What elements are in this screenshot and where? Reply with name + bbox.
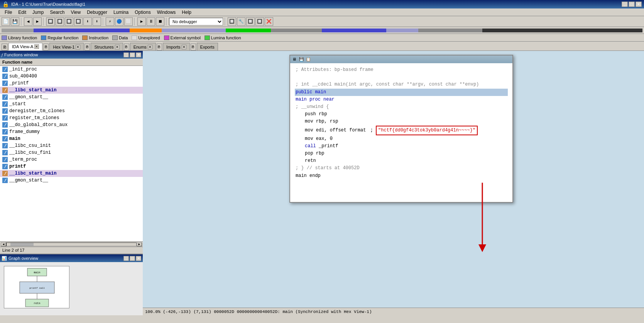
- menu-jump[interactable]: Jump: [29, 9, 47, 16]
- func-item-sub400400[interactable]: 𝑓 sub_400400: [0, 73, 143, 80]
- legend-regular: Regular function: [41, 35, 78, 40]
- tab-imports[interactable]: Imports ✕: [163, 43, 190, 50]
- tab-hex-view-1[interactable]: Hex View-1 ✕: [49, 43, 84, 50]
- minimize-button[interactable]: _: [622, 2, 628, 7]
- legend-instruction-label: Instruction: [89, 35, 108, 40]
- tab-enums[interactable]: Enums ✕: [130, 43, 156, 50]
- view-icon-2[interactable]: 🖹: [43, 44, 49, 50]
- menu-search[interactable]: Search: [47, 9, 68, 16]
- func-name-do-global: __do_global_dtors_aux: [9, 122, 68, 128]
- view-icon-5[interactable]: 🖹: [157, 44, 162, 50]
- svg-text:printf call: printf call: [29, 287, 45, 289]
- close-button[interactable]: ✕: [636, 2, 642, 7]
- toolbar-btn-5[interactable]: ⬇: [83, 17, 92, 26]
- menu-edit[interactable]: Edit: [15, 9, 29, 16]
- func-item-register[interactable]: 𝑓 register_tm_clones: [0, 114, 143, 121]
- toolbar-btn-6[interactable]: ⬇: [93, 17, 101, 26]
- view-icon-3[interactable]: 🖹: [85, 44, 90, 50]
- functions-scrollbar: ◀ ▶: [0, 241, 143, 247]
- toolbar-btn-13[interactable]: 🔲: [255, 17, 264, 26]
- tab-structures[interactable]: Structures ✕: [91, 43, 123, 50]
- functions-minimize[interactable]: _: [123, 52, 129, 57]
- func-name-start: _start: [9, 101, 26, 107]
- window-controls: _ □ ✕: [622, 2, 642, 7]
- tab-imports-label: Imports: [166, 45, 181, 49]
- graph-controls: _ □ ✕: [123, 256, 141, 261]
- func-item-gmon-start[interactable]: 𝑓 __gmon_start__: [0, 94, 143, 101]
- pause-button[interactable]: ⏸: [147, 17, 155, 26]
- graph-restore[interactable]: □: [130, 256, 135, 261]
- func-item-libc-csu-fini[interactable]: 𝑓 __libc_csu_fini: [0, 149, 143, 156]
- tab-hex-view-1-close[interactable]: ✕: [76, 45, 80, 49]
- toolbar-btn-4[interactable]: 🔲: [74, 17, 83, 26]
- func-item-do-global[interactable]: 𝑓 __do_global_dtors_aux: [0, 121, 143, 128]
- disasm-icon-2: 💾: [299, 57, 304, 62]
- toolbar-btn-3[interactable]: 🔲: [65, 17, 73, 26]
- stop-button[interactable]: ⏹: [156, 17, 164, 26]
- toolbar-btn-12[interactable]: 🔲: [246, 17, 255, 26]
- tab-structures-close[interactable]: ✕: [115, 45, 120, 49]
- menu-options[interactable]: Options: [132, 9, 154, 16]
- functions-close[interactable]: ✕: [136, 52, 141, 57]
- forward-button[interactable]: ▶: [33, 17, 42, 26]
- func-item-gmon-start-2[interactable]: 𝑓 __gmon_start__: [0, 177, 143, 184]
- menu-lumina[interactable]: Lumina: [110, 9, 132, 16]
- h-scroll-thumb[interactable]: [10, 243, 34, 246]
- func-icon-register: 𝑓: [2, 115, 8, 121]
- tab-enums-close[interactable]: ✕: [148, 45, 152, 49]
- menu-debugger[interactable]: Debugger: [84, 9, 110, 16]
- func-item-printf2[interactable]: 𝑓 printf: [0, 163, 143, 170]
- disasm-endp: main endp: [295, 172, 508, 180]
- graph-close[interactable]: ✕: [136, 256, 141, 261]
- disasm-public-main[interactable]: public main: [295, 89, 508, 96]
- run-button[interactable]: ▶: [137, 17, 146, 26]
- func-item-start[interactable]: 𝑓 _start: [0, 101, 143, 108]
- func-item-libc-start-main-1[interactable]: 𝑓 __libc_start_main: [0, 87, 143, 94]
- func-item-frame-dummy[interactable]: 𝑓 frame_dummy: [0, 128, 143, 135]
- view-icon[interactable]: 🖹: [2, 44, 8, 50]
- toolbar-btn-2[interactable]: 🔲: [56, 17, 64, 26]
- toolbar-btn-14[interactable]: ❌: [265, 17, 273, 26]
- scroll-right-btn[interactable]: ▶: [137, 242, 142, 246]
- toolbar-btn-11[interactable]: 🔧: [237, 17, 245, 26]
- functions-restore[interactable]: □: [130, 52, 135, 57]
- toolbar-btn-1[interactable]: 🔲: [46, 17, 55, 26]
- func-item-printf[interactable]: 𝑓 _printf: [0, 80, 143, 87]
- menu-file[interactable]: File: [2, 9, 15, 16]
- new-button[interactable]: 📄: [2, 17, 10, 26]
- view-icon-6[interactable]: 🖹: [191, 44, 196, 50]
- toolbar-btn-9[interactable]: ⬜: [124, 17, 133, 26]
- func-name-register: register_tm_clones: [9, 115, 59, 121]
- func-item-term-proc[interactable]: 𝑓 _term_proc: [0, 156, 143, 163]
- disasm-titlebar: 🖥 💾 📋: [290, 56, 512, 63]
- menu-view[interactable]: View: [68, 9, 84, 16]
- menu-windows[interactable]: Windows: [154, 9, 179, 16]
- tab-imports-close[interactable]: ✕: [182, 45, 186, 49]
- disasm-mov-eax-label: mov eax, 0: [296, 136, 333, 141]
- tab-ida-view-a-close[interactable]: ✕: [34, 44, 39, 49]
- view-icon-4[interactable]: 🖹: [124, 44, 129, 50]
- func-name-sub400400: sub_400400: [9, 74, 37, 79]
- menu-help[interactable]: Help: [179, 9, 194, 16]
- back-button[interactable]: ◀: [24, 17, 32, 26]
- tab-ida-view-a[interactable]: IDA View-A ✕: [8, 43, 42, 50]
- toolbar-btn-10[interactable]: 🔲: [228, 17, 236, 26]
- open-button[interactable]: 💾: [11, 17, 19, 26]
- toolbar-btn-8[interactable]: 🔵: [115, 17, 123, 26]
- tab-exports[interactable]: Exports: [197, 43, 218, 50]
- func-item-libc-csu-init[interactable]: 𝑓 __libc_csu_init: [0, 142, 143, 149]
- functions-list: 𝑓 _init_proc 𝑓 sub_400400 𝑓 _printf 𝑓 __…: [0, 66, 143, 241]
- h-scroll-track[interactable]: [6, 242, 137, 246]
- func-item-libc-start-main-2[interactable]: 𝑓 __libc_start_main: [0, 170, 143, 177]
- maximize-button[interactable]: □: [629, 2, 635, 7]
- func-item-init-proc[interactable]: 𝑓 _init_proc: [0, 66, 143, 73]
- func-name-deregister: deregister_tm_clones: [9, 108, 65, 114]
- toolbar-btn-7[interactable]: ⚡: [106, 17, 114, 26]
- debugger-select[interactable]: No debugger: [169, 18, 223, 25]
- graph-minimize[interactable]: _: [123, 256, 129, 261]
- disasm-mov-rbp: mov rbp, rsp: [295, 118, 508, 125]
- scroll-left-btn[interactable]: ◀: [1, 242, 6, 246]
- func-item-main[interactable]: 𝑓 main: [0, 135, 143, 142]
- separator-3: [103, 18, 104, 25]
- func-item-deregister[interactable]: 𝑓 deregister_tm_clones: [0, 108, 143, 114]
